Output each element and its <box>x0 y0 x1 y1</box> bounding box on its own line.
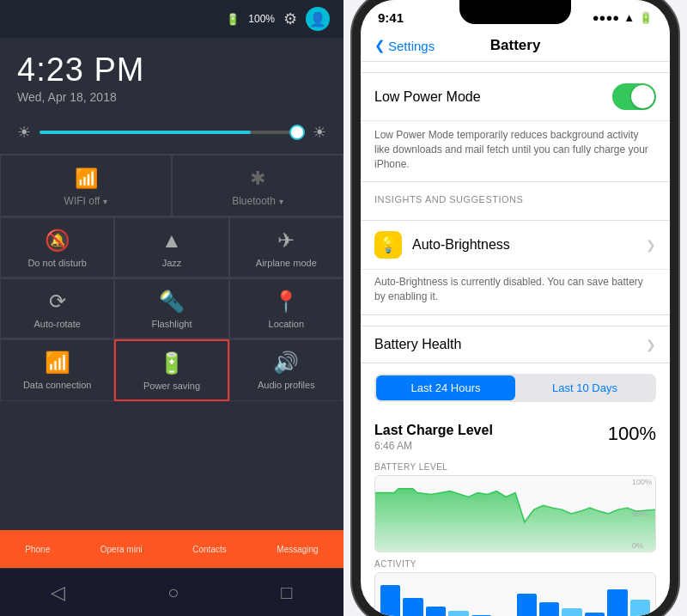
last-charge-value: 100% <box>608 423 656 445</box>
y-label-100: 100% <box>632 478 652 486</box>
auto-brightness-chevron: ❯ <box>646 238 656 252</box>
time-range-segment: Last 24 Hours Last 10 Days <box>374 374 656 402</box>
flashlight-action[interactable]: 🔦 Flashlight <box>114 278 228 338</box>
bluetooth-toggle[interactable]: ✱ Bluetooth ▾ <box>172 155 344 217</box>
brightness-thumb <box>289 125 305 140</box>
ios-notch <box>459 0 571 24</box>
brightness-row: ☀ ☀ <box>0 114 344 154</box>
android-avatar[interactable]: 👤 <box>306 7 330 31</box>
low-power-mode-label: Low Power Mode <box>374 89 602 105</box>
act-bar-1 <box>380 585 400 616</box>
auto-brightness-row[interactable]: 💡 Auto-Brightness ❯ <box>361 221 670 270</box>
wifi-chevron: ▾ <box>103 197 107 206</box>
dnd-icon: 🔕 <box>45 229 70 253</box>
airplane-label: Airplane mode <box>256 258 317 268</box>
android-battery-pct: 100% <box>248 13 275 25</box>
autorotate-action[interactable]: ⟳ Auto-rotate <box>0 278 114 338</box>
auto-brightness-icon-circle: 💡 <box>374 231 402 259</box>
brightness-slider[interactable] <box>40 131 304 134</box>
insights-header: INSIGHTS AND SUGGESTIONS <box>361 182 670 210</box>
powersaving-icon: 🔋 <box>159 351 185 375</box>
app-bar-contacts[interactable]: Contacts <box>192 545 226 554</box>
nav-home-btn[interactable]: ○ <box>167 582 179 604</box>
data-icon: 📶 <box>45 351 70 375</box>
ios-nav-bar: ❮ Settings Battery <box>361 30 670 62</box>
battery-health-row[interactable]: Battery Health ❯ <box>361 326 670 363</box>
act-bar-12 <box>630 600 650 616</box>
ios-time: 9:41 <box>378 10 404 25</box>
airplane-action[interactable]: ✈ Airplane mode <box>229 217 344 278</box>
location-icon: 📍 <box>273 290 299 314</box>
android-nav-tabs: ◁ ○ □ <box>0 568 344 616</box>
android-date: Wed, Apr 18, 2018 <box>17 90 326 104</box>
app-bar-phone[interactable]: Phone <box>25 545 50 554</box>
battery-level-chart: 100% 50% 0% <box>374 475 656 552</box>
ios-signal-icon: ●●●● <box>593 11 619 24</box>
bluetooth-label: Bluetooth <box>232 195 276 207</box>
nav-recents-btn[interactable]: □ <box>281 582 292 604</box>
audio-action[interactable]: 🔊 Audio profiles <box>229 339 344 401</box>
act-bar-8 <box>539 602 559 616</box>
wifi-toggle[interactable]: 📶 WIFI off ▾ <box>0 155 172 217</box>
act-bar-10 <box>585 613 605 616</box>
low-power-mode-toggle[interactable] <box>612 83 656 110</box>
act-bar-4 <box>448 611 468 616</box>
brightness-high-icon: ☀ <box>313 123 326 142</box>
jazz-icon: ▲ <box>161 229 182 253</box>
ios-content: Low Power Mode Low Power Mode temporaril… <box>361 62 670 616</box>
y-label-0: 0% <box>632 541 652 550</box>
app-bar-messaging[interactable]: Messaging <box>277 545 318 554</box>
quick-actions-grid-1: 🔕 Do not disturb ▲ Jazz ✈ Airplane mode <box>0 217 344 278</box>
android-time: 4:23 PM <box>17 52 326 88</box>
dnd-action[interactable]: 🔕 Do not disturb <box>0 217 114 278</box>
android-time-section: 4:23 PM Wed, Apr 18, 2018 <box>0 38 344 114</box>
android-status-right: 🔋 100% ⚙ 👤 <box>226 7 330 31</box>
y-label-50: 50% <box>632 509 652 518</box>
last-charge-section: Last Charge Level 6:46 AM 100% <box>361 412 670 462</box>
nav-back-btn[interactable]: ◁ <box>51 582 65 604</box>
android-status-bar: 🔋 100% ⚙ 👤 <box>0 0 344 38</box>
segment-24h[interactable]: Last 24 Hours <box>376 375 515 400</box>
act-bar-11 <box>607 589 627 616</box>
ios-battery-icon: 🔋 <box>639 11 653 24</box>
act-bar-3 <box>426 607 446 616</box>
jazz-action[interactable]: ▲ Jazz <box>114 217 228 278</box>
powersaving-action[interactable]: 🔋 Power saving <box>114 339 228 401</box>
battery-level-label: BATTERY LEVEL <box>374 462 656 472</box>
quick-actions-grid-3: 📶 Data connection 🔋 Power saving 🔊 Audio… <box>0 338 344 401</box>
ios-back-label: Settings <box>388 39 435 53</box>
bluetooth-icon: ✱ <box>250 168 265 190</box>
autorotate-label: Auto-rotate <box>33 319 80 329</box>
location-action[interactable]: 📍 Location <box>229 278 344 338</box>
location-label: Location <box>269 319 305 329</box>
last-charge-info: Last Charge Level 6:46 AM <box>374 423 493 452</box>
low-power-mode-desc: Low Power Mode temporarily reduces backg… <box>361 121 670 181</box>
quick-toggle-grid: 📶 WIFI off ▾ ✱ Bluetooth ▾ <box>0 154 344 217</box>
wifi-icon: 📶 <box>75 168 98 190</box>
flashlight-icon: 🔦 <box>159 290 185 314</box>
act-bar-9 <box>562 608 581 616</box>
brightness-fill <box>40 131 251 134</box>
airplane-icon: ✈ <box>277 229 295 253</box>
activity-label: ACTIVITY <box>374 559 656 569</box>
wifi-label: WIFI off <box>64 195 100 207</box>
segment-10d[interactable]: Last 10 Days <box>515 375 654 400</box>
auto-brightness-label: Auto-Brightness <box>412 237 635 253</box>
low-power-mode-knob <box>631 85 654 108</box>
low-power-mode-section: Low Power Mode Low Power Mode temporaril… <box>361 72 670 182</box>
last-charge-sub: 6:46 AM <box>374 440 493 452</box>
autorotate-icon: ⟳ <box>49 290 66 314</box>
android-gear-icon[interactable]: ⚙ <box>283 9 297 28</box>
bluetooth-label-row: Bluetooth ▾ <box>232 195 283 207</box>
data-action[interactable]: 📶 Data connection <box>0 339 114 401</box>
app-bar-opera[interactable]: Opera mini <box>100 545 143 554</box>
ios-back-button[interactable]: ❮ Settings <box>374 38 435 53</box>
dnd-label: Do not disturb <box>27 258 86 268</box>
android-app-bar: Phone Opera mini Contacts Messaging <box>0 530 344 568</box>
quick-actions-grid-2: ⟳ Auto-rotate 🔦 Flashlight 📍 Location <box>0 278 344 338</box>
android-avatar-icon: 👤 <box>309 11 326 27</box>
auto-brightness-desc: Auto-Brightness is currently disabled. Y… <box>361 270 670 314</box>
jazz-label: Jazz <box>162 258 182 268</box>
battery-health-section: Battery Health ❯ <box>361 326 670 363</box>
battery-y-labels: 100% 50% 0% <box>632 476 652 552</box>
